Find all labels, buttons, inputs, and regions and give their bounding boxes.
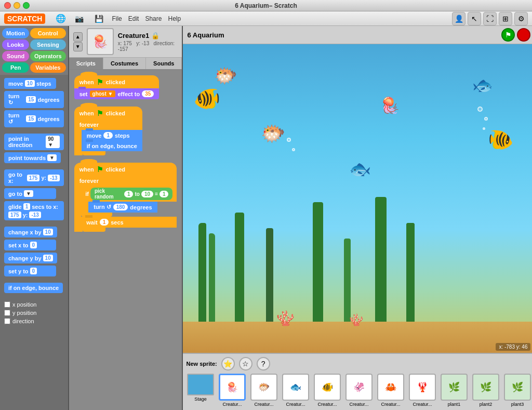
green-flag-button[interactable]: ⚑ [501,28,515,42]
lock-icon[interactable]: 🔒 [151,32,159,39]
creature6-label: Creatur... [381,402,400,407]
save-icon[interactable]: 💾 [92,12,105,25]
direction-checkbox[interactable] [4,318,10,324]
sprite-item-creature6[interactable]: 🦀 Creatur... [376,374,405,407]
settings-icon[interactable]: ⚙ [514,12,528,25]
new-sprite-surprise[interactable]: ? [257,357,270,371]
sprite-ctrl-down[interactable]: ▼ [73,42,83,51]
cat-sound-button[interactable]: Sound [2,51,29,61]
layout-icon[interactable]: ⊞ [499,12,512,25]
edge-bounce-block[interactable]: if on edge, bounce [4,283,63,293]
right-panel: 6 Aquarium ⚑ [183,26,532,410]
bubble-1 [287,138,291,142]
menu-share[interactable]: Share [145,15,162,22]
point-direction-block[interactable]: point in direction 90 ▼ [4,134,64,150]
if-block[interactable]: if pick random 1 to 10 = 1 [81,186,177,202]
move-block[interactable]: move 10 steps [4,78,56,89]
globe-icon[interactable]: 🌐 [56,14,66,23]
cat-sensing-button[interactable]: Sensing [30,39,66,50]
tab-scripts[interactable]: Scripts [69,58,103,69]
sprite-item-creature1[interactable]: 🪼 Creatur... [218,374,246,407]
forever-block-2[interactable]: forever move 1 steps if on edge, bounce [74,120,142,155]
script-3: when ⚑ clicked forever if pick random 1 … [74,163,177,232]
maximize-button[interactable] [23,2,30,9]
turn-cw-block[interactable]: turn ↻ 15 degrees [4,91,64,108]
when-clicked-hat-1[interactable]: when ⚑ clicked [74,75,159,88]
menu-edit[interactable]: Edit [128,15,139,22]
person-icon[interactable]: 👤 [452,12,466,25]
stage-item[interactable]: Stage [186,374,215,407]
script-1: when ⚑ clicked set ghost ▼ effect to 35 [74,75,159,99]
fish-2: 🐠 [193,86,220,111]
rand-10: 10 [141,191,153,197]
sprite-name-text: Creature1 [118,32,150,39]
plant3-thumb: 🌿 [504,374,531,401]
sprite-item-plant3[interactable]: 🌿 plant3 [503,374,531,407]
stop-button[interactable] [517,28,530,42]
cat-pen-button[interactable]: Pen [2,62,29,73]
block-categories: Motion Control Looks Sensing Sound Opera… [0,26,68,75]
forever-side-2 [74,130,82,151]
set-x-block[interactable]: set x to 0 [4,240,56,250]
tab-costumes[interactable]: Costumes [103,58,146,69]
y-position-label: y position [12,310,36,316]
sprite-item-creature3[interactable]: 🐟 Creatur... [281,374,310,407]
plant1-label: plant1 [448,402,461,407]
sprite-item-creature4[interactable]: 🐠 Creatur... [313,374,341,407]
point-towards-block[interactable]: point towards ▼ [4,152,61,163]
fullscreen-icon[interactable]: ⛶ [483,12,497,25]
camera-icon[interactable]: 📷 [72,12,86,25]
set-y-val: 0 [30,268,37,274]
when-clicked-hat-3[interactable]: when ⚑ clicked [74,163,177,176]
cat-control-button[interactable]: Control [30,28,66,38]
tabs: Scripts Costumes Sounds [69,58,182,70]
tab-sounds[interactable]: Sounds [146,58,182,69]
close-button[interactable] [4,2,11,9]
change-x-block[interactable]: change x by 10 [4,227,57,237]
change-y-block[interactable]: change y by 10 [4,253,57,263]
forever-block-3[interactable]: forever if pick random 1 to 10 = 1 [74,176,177,232]
set-y-block[interactable]: set y to 0 [4,266,56,276]
y-position-checkbox[interactable] [4,310,10,316]
cursor-icon[interactable]: ↖ [468,12,481,25]
plant2-thumb: 🌿 [472,374,499,401]
cat-variables-button[interactable]: Variables [30,62,66,73]
sprite-item-plant2[interactable]: 🌿 plant2 [471,374,500,407]
stage-thumbnail [187,374,214,395]
turn-180-val: 180 [113,204,128,210]
goto-xy-block[interactable]: go to x: 175 y: -13 [4,169,64,186]
direction-dropdown[interactable]: 90 ▼ [46,136,59,148]
new-sprite-from-library[interactable]: ⭐ [221,357,235,371]
menu-file[interactable]: File [112,15,122,22]
seaweed-2 [209,233,215,327]
bounce-block[interactable]: if on edge, bounce [82,141,142,151]
sprite-item-creature7[interactable]: 🦞 Creatur... [408,374,436,407]
cat-motion-button[interactable]: Motion [2,28,29,38]
new-sprite-label: New sprite: [186,361,217,367]
turn-180-block[interactable]: turn ↺ 180 degrees [88,202,157,213]
set-ghost-block[interactable]: set ghost ▼ effect to 35 [74,88,159,99]
sprite-item-creature5[interactable]: 🦑 Creatur... [344,374,373,407]
goto-block[interactable]: go to ▼ [4,188,56,199]
minimize-button[interactable] [14,2,20,9]
menu-help[interactable]: Help [168,15,181,22]
cat-looks-button[interactable]: Looks [2,39,29,50]
x-position-checkbox[interactable] [4,301,10,308]
window-controls[interactable] [4,2,30,9]
wait-block[interactable]: wait 1 secs [81,217,177,228]
sprite-item-creature2[interactable]: 🐡 Creatur... [249,374,278,407]
cat-operators-button[interactable]: Operators [30,51,66,61]
ghost-dropdown[interactable]: ghost ▼ [90,90,116,97]
goto-dropdown[interactable]: ▼ [24,190,33,197]
sprite-item-plant1[interactable]: 🌿 plant1 [440,374,468,407]
creature2-thumb: 🐡 [250,374,277,401]
glide-x: 175 [8,211,21,218]
new-sprite-from-file[interactable]: ☆ [239,357,252,371]
when-clicked-hat-2[interactable]: when ⚑ clicked [74,107,142,120]
towards-dropdown[interactable]: ▼ [47,154,57,161]
turn-ccw-block[interactable]: turn ↺ 15 degrees [4,110,64,127]
x-position-checkbox-row: x position [4,301,64,308]
move-1-val: 1 [103,132,113,139]
sprite-ctrl-up[interactable]: ▲ [73,32,83,42]
glide-block[interactable]: glide 1 secs to x: 175 y: -13 [4,201,64,220]
